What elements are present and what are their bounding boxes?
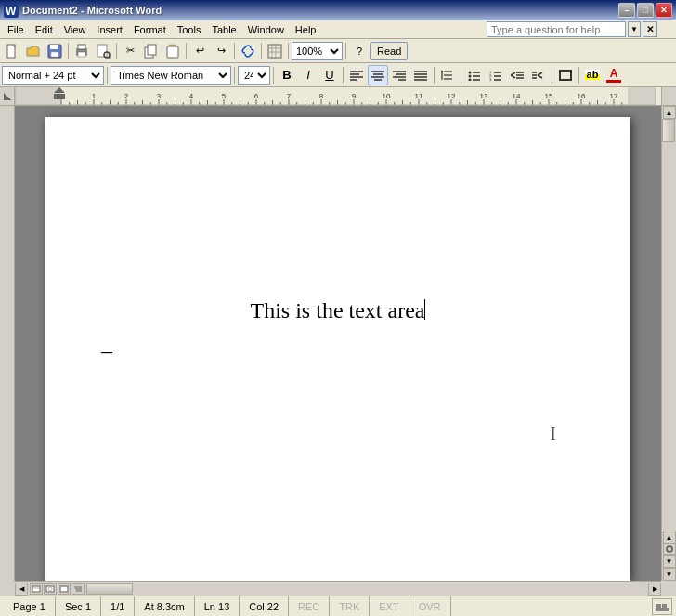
menu-file[interactable]: File: [2, 21, 30, 38]
new-button[interactable]: [2, 41, 22, 61]
doc-scroll-area: This is the text area – I: [15, 106, 661, 581]
menu-view[interactable]: View: [58, 21, 92, 38]
open-button[interactable]: [23, 41, 44, 61]
svg-text:3.: 3.: [489, 77, 492, 81]
ruler-corner: [0, 87, 15, 106]
web-view-button[interactable]: [44, 583, 57, 595]
hyperlink-button[interactable]: [238, 41, 258, 61]
number-list-button[interactable]: 1.2.3.: [486, 65, 506, 85]
bullet-list-button[interactable]: [464, 65, 485, 85]
select-browse-button[interactable]: [663, 544, 676, 555]
svg-line-55: [511, 72, 515, 75]
cut-button[interactable]: ✂: [120, 41, 140, 61]
status-ovr: OVR: [410, 596, 451, 616]
status-sec: Sec 1: [56, 596, 101, 616]
view-buttons: [28, 583, 86, 595]
print-view-button[interactable]: [58, 583, 71, 595]
help-dropdown-btn[interactable]: ▼: [628, 21, 641, 37]
close-button[interactable]: ✕: [656, 3, 672, 18]
dash-character: –: [101, 338, 112, 363]
save-button[interactable]: [45, 41, 65, 61]
title-buttons: – □ ✕: [618, 3, 672, 18]
scroll-track: [662, 119, 676, 531]
read-button[interactable]: Read: [370, 42, 408, 60]
bold-button[interactable]: B: [277, 65, 297, 85]
svg-point-47: [469, 78, 472, 81]
vertical-scrollbar: ▲ ▲ ▼ ▼: [661, 106, 676, 581]
menu-tools[interactable]: Tools: [172, 21, 207, 38]
help-close-btn[interactable]: ✕: [643, 21, 657, 37]
print-button[interactable]: [72, 41, 92, 61]
status-trk: TRK: [330, 596, 370, 616]
line-spacing-button[interactable]: [437, 65, 458, 85]
scroll-up-button[interactable]: ▲: [663, 106, 676, 119]
redo-button[interactable]: ↪: [211, 41, 231, 61]
menu-insert[interactable]: Insert: [91, 21, 128, 38]
help-search-input[interactable]: [487, 21, 626, 37]
next-page-button[interactable]: ▼: [663, 555, 676, 568]
h-scroll-track: [86, 583, 648, 595]
sep1: [68, 43, 69, 59]
font-select[interactable]: Times New Roman Arial Courier New: [110, 66, 231, 85]
svg-rect-78: [656, 608, 669, 611]
page-wrapper: This is the text area – I: [15, 106, 661, 581]
sep13: [461, 67, 462, 84]
paste-button[interactable]: [162, 41, 183, 61]
undo-button[interactable]: ↩: [189, 41, 210, 61]
scroll-right-button[interactable]: ▶: [648, 583, 661, 596]
menu-edit[interactable]: Edit: [30, 21, 58, 38]
menu-format[interactable]: Format: [128, 21, 172, 38]
ruler: [15, 87, 661, 106]
svg-rect-15: [167, 46, 178, 58]
style-select[interactable]: Normal + 24 pt Normal Heading 1: [2, 66, 104, 85]
status-rec: REC: [289, 596, 330, 616]
border-button[interactable]: [555, 65, 576, 85]
toolbar2: Normal + 24 pt Normal Heading 1 Times Ne…: [0, 63, 676, 87]
document-text: This is the text area: [46, 298, 630, 323]
align-left-button[interactable]: [346, 65, 367, 85]
scroll-left-button[interactable]: ◀: [15, 583, 28, 596]
italic-button[interactable]: I: [298, 65, 318, 85]
status-icon[interactable]: [652, 598, 672, 615]
minimize-button[interactable]: –: [618, 3, 635, 18]
help-button[interactable]: ?: [349, 41, 370, 61]
size-select[interactable]: 24 12 14 16 18 20: [238, 66, 270, 85]
increase-indent-button[interactable]: [528, 65, 549, 85]
scroll-thumb[interactable]: [662, 119, 675, 142]
sep4: [234, 43, 235, 59]
highlight-button[interactable]: ab: [582, 65, 603, 85]
svg-rect-4: [50, 45, 58, 49]
align-right-button[interactable]: [389, 65, 410, 85]
align-center-button[interactable]: [368, 65, 388, 85]
h-scroll-thumb[interactable]: [86, 583, 133, 595]
justify-button[interactable]: [410, 65, 431, 85]
menu-help[interactable]: Help: [290, 21, 322, 38]
sep5: [261, 43, 262, 59]
menu-window[interactable]: Window: [242, 21, 290, 38]
zoom-select[interactable]: 100% 75% 50% 150%: [292, 42, 343, 60]
normal-view-button[interactable]: [30, 583, 43, 595]
prev-page-button[interactable]: ▲: [663, 531, 676, 544]
scroll-down-button[interactable]: ▼: [663, 568, 676, 581]
menu-table[interactable]: Table: [206, 21, 241, 38]
sep3: [186, 43, 187, 59]
toolbar1: ✂ ↩ ↪ 100% 75% 50% 150%: [0, 39, 676, 63]
font-color-button[interactable]: A: [604, 65, 624, 85]
text-cursor: [424, 299, 425, 320]
svg-line-56: [511, 75, 515, 78]
status-ln: Ln 13: [195, 596, 240, 616]
svg-rect-5: [51, 52, 58, 57]
main-layout: File Edit View Insert Format Tools Table…: [0, 20, 676, 616]
menu-bar: File Edit View Insert Format Tools Table…: [0, 20, 676, 39]
table-button[interactable]: [265, 41, 285, 61]
decrease-indent-button[interactable]: [507, 65, 527, 85]
maximize-button[interactable]: □: [637, 3, 654, 18]
outline-view-button[interactable]: [72, 583, 84, 595]
status-page: Page 1: [4, 596, 56, 616]
svg-rect-13: [148, 45, 156, 55]
copy-button[interactable]: [141, 41, 162, 61]
preview-button[interactable]: [93, 41, 113, 61]
underline-button[interactable]: U: [319, 65, 340, 85]
svg-rect-77: [662, 604, 667, 608]
status-bar: Page 1 Sec 1 1/1 At 8.3cm Ln 13 Col 22 R…: [0, 596, 676, 616]
